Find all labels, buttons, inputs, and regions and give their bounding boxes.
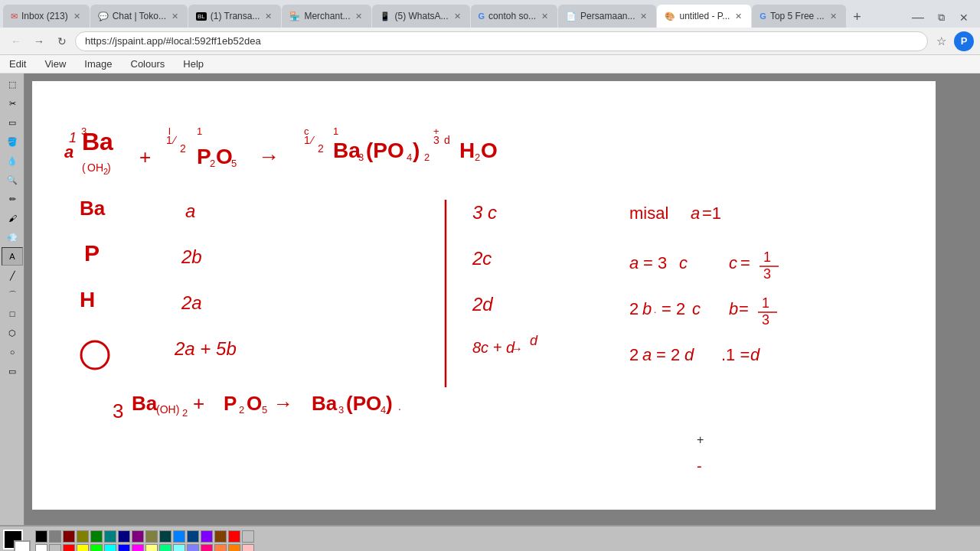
tool-curve[interactable]: ⌒ bbox=[2, 285, 23, 304]
tab-close-merchant[interactable]: ✕ bbox=[354, 11, 364, 22]
tool-line[interactable]: ╱ bbox=[2, 266, 23, 285]
tool-pick-color[interactable]: 💧 bbox=[2, 152, 23, 170]
color-magenta[interactable] bbox=[132, 544, 144, 552]
svg-text:P: P bbox=[197, 145, 211, 168]
forward-button[interactable]: → bbox=[29, 31, 49, 51]
restore-button[interactable]: ⧉ bbox=[931, 8, 951, 28]
svg-text:= 2: = 2 bbox=[656, 345, 680, 364]
tab-close-transaksi[interactable]: ✕ bbox=[263, 11, 273, 22]
color-white[interactable] bbox=[35, 544, 47, 552]
canvas-wrapper[interactable]: 1 a Ba ( OH 2 ) 3 + 1 ⁄ 2 l P 1 2 bbox=[24, 73, 980, 525]
tab-close-whatsapp[interactable]: ✕ bbox=[452, 11, 462, 22]
nav-bar: ← → ↻ https://jspaint.app/#local:592ff1e… bbox=[0, 28, 980, 55]
tab-whatsapp[interactable]: 📱 (5) WhatsA... ✕ bbox=[372, 5, 469, 28]
svg-text:=1: =1 bbox=[702, 204, 721, 223]
tab-persamaan[interactable]: 📄 Persamaan... ✕ bbox=[558, 5, 656, 28]
tool-zoom[interactable]: 🔍 bbox=[2, 171, 23, 189]
tab-close-top5[interactable]: ✕ bbox=[828, 11, 838, 22]
back-button[interactable]: ← bbox=[6, 31, 26, 51]
color-dark-teal[interactable] bbox=[104, 530, 116, 543]
minimize-button[interactable]: — bbox=[908, 8, 928, 28]
color-cyan[interactable] bbox=[104, 544, 116, 552]
color-light-blue[interactable] bbox=[187, 544, 199, 552]
svg-text:O: O bbox=[481, 139, 498, 162]
menu-view[interactable]: View bbox=[41, 57, 69, 71]
tool-rect[interactable]: □ bbox=[2, 305, 23, 323]
color-dark-blue2[interactable] bbox=[187, 530, 199, 543]
color-dark-blue[interactable] bbox=[118, 530, 130, 543]
svg-text:l: l bbox=[168, 126, 171, 137]
color-dark-purple[interactable] bbox=[132, 530, 144, 543]
tab-contoh[interactable]: G contoh so... ✕ bbox=[471, 5, 558, 28]
tool-select-free[interactable]: ✂ bbox=[2, 94, 23, 112]
reload-button[interactable]: ↻ bbox=[52, 31, 72, 51]
tab-untitled[interactable]: 🎨 untitled - P... ✕ bbox=[657, 5, 751, 28]
svg-text:a: a bbox=[64, 142, 74, 161]
color-violet[interactable] bbox=[201, 530, 213, 543]
svg-text:2b: 2b bbox=[181, 246, 202, 267]
tab-close-contoh[interactable]: ✕ bbox=[540, 11, 550, 22]
address-bar[interactable]: https://jspaint.app/#local:592ff1eb52dea bbox=[75, 31, 928, 51]
tool-text[interactable]: A bbox=[2, 247, 23, 266]
tool-pencil[interactable]: ✏ bbox=[2, 190, 23, 208]
color-blue[interactable] bbox=[118, 544, 130, 552]
tool-select-rect[interactable]: ⬚ bbox=[2, 75, 23, 93]
tool-airbrush[interactable]: 💨 bbox=[2, 228, 23, 246]
color-yellow[interactable] bbox=[77, 544, 89, 552]
color-green[interactable] bbox=[90, 544, 103, 552]
tool-rounded-rect[interactable]: ▭ bbox=[2, 362, 23, 380]
tool-brush[interactable]: 🖌 bbox=[2, 209, 23, 227]
svg-text:= 2: = 2 bbox=[662, 299, 685, 318]
color-light-green[interactable] bbox=[159, 544, 172, 552]
profile-button[interactable]: P bbox=[954, 31, 974, 51]
color-olive[interactable] bbox=[77, 530, 89, 543]
tab-close-chat[interactable]: ✕ bbox=[170, 11, 180, 22]
menu-colours[interactable]: Colours bbox=[128, 57, 168, 71]
color-background[interactable] bbox=[14, 540, 31, 552]
tool-ellipse[interactable]: ○ bbox=[2, 343, 23, 361]
tab-bar: ✉ Inbox (213) ✕ 💬 Chat | Toko... ✕ BL (1… bbox=[0, 0, 980, 28]
color-dark-orange[interactable] bbox=[214, 530, 227, 543]
tab-close-inbox[interactable]: ✕ bbox=[72, 11, 82, 22]
svg-text:a: a bbox=[691, 204, 700, 223]
svg-text:2a + 5b: 2a + 5b bbox=[174, 338, 237, 359]
tab-close-untitled[interactable]: ✕ bbox=[733, 11, 743, 22]
tool-eraser[interactable]: ▭ bbox=[2, 113, 23, 132]
svg-text:c: c bbox=[304, 126, 309, 137]
color-red[interactable] bbox=[228, 530, 240, 543]
menu-edit[interactable]: Edit bbox=[6, 57, 29, 71]
tab-top5[interactable]: G Top 5 Free ... ✕ bbox=[752, 5, 845, 28]
color-light-gray[interactable] bbox=[49, 544, 61, 552]
color-light-orange[interactable] bbox=[214, 544, 227, 552]
close-button[interactable]: ✕ bbox=[954, 8, 974, 28]
color-light-yellow[interactable] bbox=[145, 544, 158, 552]
tab-title-untitled: untitled - P... bbox=[679, 11, 730, 21]
menu-image[interactable]: Image bbox=[81, 57, 115, 71]
tab-transaksi[interactable]: BL (1) Transa... ✕ bbox=[188, 5, 281, 28]
color-silver[interactable] bbox=[242, 530, 254, 543]
color-dark-green[interactable] bbox=[90, 530, 103, 543]
color-bright-blue[interactable] bbox=[173, 530, 185, 543]
color-dark-teal2[interactable] bbox=[159, 530, 172, 543]
color-pink[interactable] bbox=[201, 544, 213, 552]
menu-help[interactable]: Help bbox=[180, 57, 207, 71]
new-tab-button[interactable]: + bbox=[847, 6, 868, 28]
tab-merchant[interactable]: 🏪 Merchant... ✕ bbox=[282, 5, 371, 28]
color-dark-red[interactable] bbox=[63, 530, 75, 543]
color-orange[interactable] bbox=[228, 544, 240, 552]
tool-polygon[interactable]: ⬡ bbox=[2, 324, 23, 342]
canvas[interactable]: 1 a Ba ( OH 2 ) 3 + 1 ⁄ 2 l P 1 2 bbox=[32, 81, 936, 510]
color-bright-red[interactable] bbox=[63, 544, 75, 552]
svg-text:4: 4 bbox=[407, 152, 412, 163]
tab-chat[interactable]: 💬 Chat | Toko... ✕ bbox=[90, 5, 188, 28]
color-light-cyan[interactable] bbox=[173, 544, 185, 552]
color-yellow-olive[interactable] bbox=[145, 530, 158, 543]
color-dark-gray[interactable] bbox=[49, 530, 61, 543]
tool-fill[interactable]: 🪣 bbox=[2, 132, 23, 151]
color-black[interactable] bbox=[35, 530, 47, 543]
tab-close-persamaan[interactable]: ✕ bbox=[639, 11, 648, 22]
tab-inbox[interactable]: ✉ Inbox (213) ✕ bbox=[3, 5, 90, 28]
color-light-pink[interactable] bbox=[242, 544, 254, 552]
bookmark-button[interactable]: ☆ bbox=[931, 31, 951, 51]
svg-point-39 bbox=[81, 341, 109, 369]
